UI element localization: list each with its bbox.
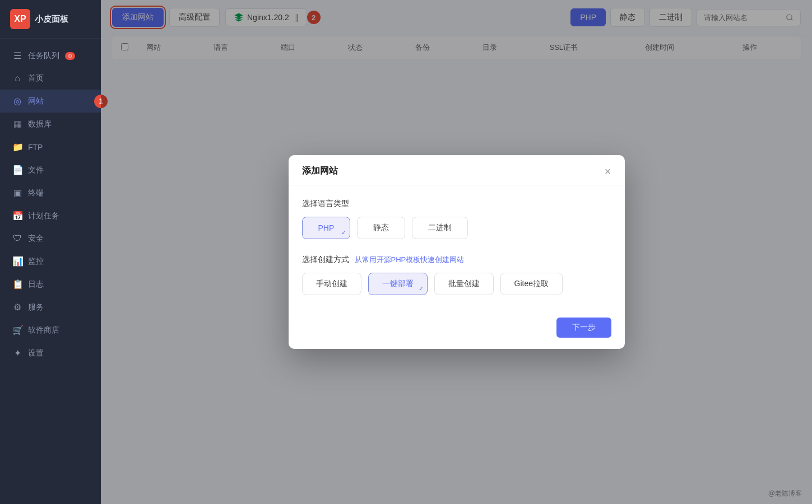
sidebar-item-monitor-label: 监控 bbox=[28, 256, 44, 267]
main-content: 添加网站 高级配置 Nginx1.20.2 ‖ 2 PHP 静态 二进制 bbox=[101, 0, 812, 504]
lang-static-label: 静态 bbox=[373, 223, 389, 232]
sidebar-item-security-label: 安全 bbox=[28, 234, 44, 244]
create-gitee-label: Gitee拉取 bbox=[514, 279, 549, 288]
lang-php-check: ✓ bbox=[341, 229, 346, 236]
lang-php-button[interactable]: PHP ✓ bbox=[302, 217, 351, 239]
services-icon: ⚙ bbox=[12, 302, 22, 312]
logo-text: 小皮面板 bbox=[35, 14, 68, 25]
database-icon: ▦ bbox=[12, 119, 22, 129]
home-icon: ⌂ bbox=[12, 73, 22, 83]
cron-icon: 📅 bbox=[12, 211, 22, 221]
sidebar-item-cron[interactable]: 📅 计划任务 bbox=[0, 204, 101, 227]
sidebar-item-settings-label: 设置 bbox=[28, 348, 44, 358]
sidebar-item-files-label: 文件 bbox=[28, 165, 44, 175]
lang-static-button[interactable]: 静态 bbox=[357, 217, 405, 239]
tasks-icon: ☰ bbox=[12, 50, 22, 61]
sidebar-item-monitor[interactable]: 📊 监控 bbox=[0, 250, 101, 273]
sidebar-item-services[interactable]: ⚙ 服务 bbox=[0, 296, 101, 319]
sidebar-item-website-label: 网站 bbox=[28, 96, 44, 106]
sidebar: XP 小皮面板 ☰ 任务队列 0 ⌂ 首页 ◎ 网站 1 ▦ 数据库 📁 bbox=[0, 0, 101, 504]
create-template-link[interactable]: 从常用开源PHP模板快速创建网站 bbox=[355, 255, 465, 265]
website-icon: ◎ bbox=[12, 96, 22, 106]
sidebar-item-ftp-label: FTP bbox=[28, 143, 43, 152]
sidebar-item-files[interactable]: 📄 文件 bbox=[0, 158, 101, 181]
files-icon: 📄 bbox=[12, 165, 22, 175]
sidebar-item-terminal-label: 终端 bbox=[28, 188, 44, 198]
modal-footer: 下一步 bbox=[289, 309, 625, 349]
sidebar-item-appstore-label: 软件商店 bbox=[28, 325, 59, 335]
modal-header: 添加网站 × bbox=[289, 155, 625, 185]
sidebar-item-appstore[interactable]: 🛒 软件商店 bbox=[0, 319, 101, 342]
sidebar-item-database-label: 数据库 bbox=[28, 119, 52, 129]
sidebar-item-services-label: 服务 bbox=[28, 302, 44, 312]
terminal-icon: ▣ bbox=[12, 188, 22, 198]
logo-icon: XP bbox=[10, 9, 30, 29]
sidebar-item-security[interactable]: 🛡 安全 bbox=[0, 227, 101, 250]
modal-body: 选择语言类型 PHP ✓ 静态 二进制 选择创建方式 从常 bbox=[289, 185, 625, 309]
modal-title: 添加网站 bbox=[302, 165, 338, 177]
tasks-badge: 0 bbox=[65, 52, 75, 60]
security-icon: 🛡 bbox=[12, 234, 22, 244]
create-section-label: 选择创建方式 bbox=[302, 255, 349, 265]
sidebar-item-settings[interactable]: ✦ 设置 bbox=[0, 342, 101, 365]
create-onekey-check: ✓ bbox=[419, 285, 424, 292]
create-manual-button[interactable]: 手动创建 bbox=[302, 273, 361, 295]
sidebar-item-logs-label: 日志 bbox=[28, 279, 44, 290]
monitor-icon: 📊 bbox=[12, 256, 22, 267]
create-onekey-button[interactable]: 一键部署 ✓ bbox=[368, 273, 428, 295]
modal-close-button[interactable]: × bbox=[605, 166, 611, 177]
sidebar-nav: ☰ 任务队列 0 ⌂ 首页 ◎ 网站 1 ▦ 数据库 📁 FTP 📄 文件 bbox=[0, 39, 101, 504]
lang-binary-button[interactable]: 二进制 bbox=[412, 217, 468, 239]
ftp-icon: 📁 bbox=[12, 142, 22, 152]
sidebar-item-ftp[interactable]: 📁 FTP bbox=[0, 136, 101, 158]
sidebar-item-logs[interactable]: 📋 日志 bbox=[0, 273, 101, 296]
logo-area: XP 小皮面板 bbox=[0, 0, 101, 39]
sidebar-item-terminal[interactable]: ▣ 终端 bbox=[0, 181, 101, 204]
lang-buttons: PHP ✓ 静态 二进制 bbox=[302, 217, 611, 239]
create-buttons: 手动创建 一键部署 ✓ 批量创建 Gitee拉取 bbox=[302, 273, 611, 295]
sidebar-item-cron-label: 计划任务 bbox=[28, 211, 59, 221]
create-onekey-label: 一键部署 bbox=[382, 279, 414, 288]
create-batch-label: 批量创建 bbox=[448, 279, 480, 288]
create-batch-button[interactable]: 批量创建 bbox=[434, 273, 494, 295]
create-gitee-button[interactable]: Gitee拉取 bbox=[500, 273, 563, 295]
logs-icon: 📋 bbox=[12, 279, 22, 290]
sidebar-item-tasks-label: 任务队列 bbox=[28, 51, 59, 61]
lang-binary-label: 二进制 bbox=[428, 223, 452, 232]
modal-overlay[interactable]: 添加网站 × 选择语言类型 PHP ✓ 静态 二进制 bbox=[101, 0, 812, 504]
lang-section-label: 选择语言类型 bbox=[302, 199, 611, 209]
next-step-button[interactable]: 下一步 bbox=[556, 318, 611, 338]
settings-icon: ✦ bbox=[12, 348, 22, 358]
create-manual-label: 手动创建 bbox=[316, 279, 347, 288]
create-section-header: 选择创建方式 从常用开源PHP模板快速创建网站 bbox=[302, 255, 611, 265]
sidebar-item-home[interactable]: ⌂ 首页 bbox=[0, 67, 101, 90]
add-website-modal: 添加网站 × 选择语言类型 PHP ✓ 静态 二进制 bbox=[289, 155, 625, 349]
sidebar-item-database[interactable]: ▦ 数据库 bbox=[0, 113, 101, 136]
sidebar-item-tasks[interactable]: ☰ 任务队列 0 bbox=[0, 44, 101, 67]
lang-php-label: PHP bbox=[318, 223, 335, 232]
appstore-icon: 🛒 bbox=[12, 325, 22, 335]
sidebar-item-home-label: 首页 bbox=[28, 73, 44, 83]
sidebar-item-website[interactable]: ◎ 网站 1 bbox=[0, 90, 101, 113]
